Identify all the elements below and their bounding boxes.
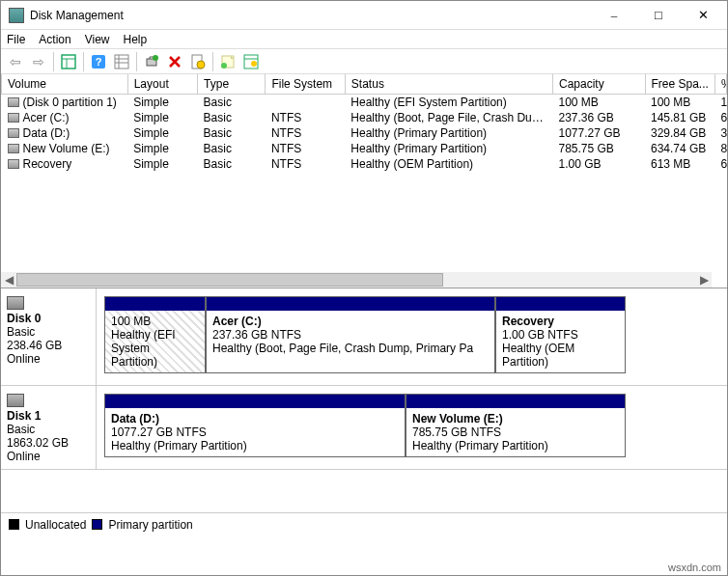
partition-title: Recovery	[502, 315, 554, 328]
disk-partitions: Data (D:)1077.27 GB NTFSHealthy (Primary…	[97, 386, 727, 469]
cell: New Volume (E:)	[2, 141, 128, 156]
menu-view[interactable]: View	[85, 33, 110, 46]
col-status[interactable]: Status	[345, 74, 552, 94]
disk-name: Disk 1	[7, 409, 90, 423]
disk-size: 1863.02 GB	[7, 436, 90, 450]
scrollbar-thumb[interactable]	[16, 273, 443, 287]
cell: 6	[714, 110, 726, 125]
cell: Healthy (OEM Partition)	[345, 156, 552, 172]
scroll-left-icon[interactable]: ◀	[1, 273, 16, 287]
cell: 1.00 GB	[553, 156, 646, 172]
disk-row: Disk 0Basic238.46 GBOnline100 MBHealthy …	[1, 288, 727, 386]
cell: 3	[714, 125, 726, 141]
cell: 100 MB	[553, 94, 646, 110]
col-free[interactable]: Free Spa...	[645, 74, 714, 94]
menubar: File Action View Help	[1, 30, 727, 49]
toolbar: ⇦ ⇨ ?	[1, 49, 727, 74]
disk-label[interactable]: Disk 1Basic1863.02 GBOnline	[1, 386, 97, 469]
disk-partitions: 100 MBHealthy (EFI System Partition)Acer…	[97, 288, 727, 385]
maximize-button[interactable]: □	[636, 1, 681, 29]
properties-button[interactable]	[187, 51, 209, 72]
cell: Basic	[198, 94, 266, 110]
cell: 613 MB	[645, 156, 714, 172]
show-pane-button[interactable]	[58, 51, 79, 72]
col-pct[interactable]: %	[714, 74, 726, 94]
cell: Recovery	[2, 156, 128, 172]
partition[interactable]: New Volume (E:)785.75 GB NTFSHealthy (Pr…	[406, 394, 626, 457]
svg-text:?: ?	[96, 56, 102, 68]
partition[interactable]: Recovery1.00 GB NTFSHealthy (OEM Partiti…	[495, 296, 626, 373]
cell: Healthy (Primary Partition)	[345, 141, 552, 156]
partition-stripe	[406, 395, 625, 408]
cell: 634.74 GB	[645, 141, 714, 156]
back-button[interactable]: ⇦	[5, 51, 26, 72]
help-button[interactable]: ?	[88, 51, 109, 72]
minimize-button[interactable]: –	[592, 1, 636, 29]
legend-swatch-unallocated	[9, 519, 19, 530]
cell: 8	[714, 141, 726, 156]
partition-status: Healthy (Primary Partition)	[111, 439, 247, 453]
cell: 145.81 GB	[645, 110, 714, 125]
col-type[interactable]: Type	[198, 74, 266, 94]
col-volume[interactable]: Volume	[2, 74, 128, 94]
cell: 237.36 GB	[553, 110, 646, 125]
footer-watermark: wsxdn.com	[662, 560, 727, 575]
table-row[interactable]: Data (D:)SimpleBasicNTFSHealthy (Primary…	[2, 125, 727, 141]
disk-name: Disk 0	[7, 312, 90, 325]
cell: NTFS	[266, 141, 345, 156]
menu-action[interactable]: Action	[39, 33, 70, 46]
partition-status: Healthy (OEM Partition)	[502, 342, 574, 369]
partition[interactable]: 100 MBHealthy (EFI System Partition)	[104, 296, 206, 373]
forward-button[interactable]: ⇨	[28, 51, 49, 72]
partition-status: Healthy (Primary Partition)	[412, 439, 548, 453]
svg-point-10	[153, 55, 158, 61]
partition-title: New Volume (E:)	[412, 412, 503, 425]
partition-title: Acer (C:)	[212, 315, 262, 328]
toolbar-separator	[83, 52, 84, 71]
disk-kind: Basic	[7, 325, 90, 339]
partition-stripe	[105, 395, 405, 408]
close-button[interactable]: ✕	[681, 1, 725, 29]
col-layout[interactable]: Layout	[127, 74, 197, 94]
col-filesystem[interactable]: File System	[266, 74, 345, 94]
disk-label[interactable]: Disk 0Basic238.46 GBOnline	[1, 288, 97, 385]
cell: 1077.27 GB	[553, 125, 646, 141]
scroll-right-icon[interactable]: ▶	[696, 273, 712, 287]
cell: NTFS	[266, 110, 345, 125]
cell: Healthy (Boot, Page File, Crash Dum...	[345, 110, 552, 125]
table-row[interactable]: Acer (C:)SimpleBasicNTFSHealthy (Boot, P…	[2, 110, 727, 125]
new-button[interactable]	[217, 51, 238, 72]
partition[interactable]: Data (D:)1077.27 GB NTFSHealthy (Primary…	[104, 394, 406, 457]
menu-help[interactable]: Help	[124, 33, 148, 46]
toolbar-separator	[212, 52, 213, 71]
delete-button[interactable]	[164, 51, 185, 72]
partition-size: 785.75 GB NTFS	[412, 425, 501, 439]
list-view-button[interactable]	[111, 51, 132, 72]
horizontal-scrollbar[interactable]: ◀ ▶	[1, 272, 712, 288]
volume-icon	[8, 113, 19, 123]
partition[interactable]: Acer (C:)237.36 GB NTFSHealthy (Boot, Pa…	[206, 296, 495, 373]
legend-unallocated: Unallocated	[25, 518, 86, 532]
col-capacity[interactable]: Capacity	[553, 74, 646, 94]
disk-graphical-view[interactable]: Disk 0Basic238.46 GBOnline100 MBHealthy …	[1, 288, 727, 512]
cell: Simple	[127, 125, 197, 141]
table-row[interactable]: RecoverySimpleBasicNTFSHealthy (OEM Part…	[2, 156, 727, 172]
column-headers[interactable]: Volume Layout Type File System Status Ca…	[2, 74, 727, 94]
refresh-button[interactable]	[141, 51, 162, 72]
partition-status: Healthy (EFI System Partition)	[111, 328, 176, 369]
cell: Simple	[127, 110, 197, 125]
settings-button[interactable]	[240, 51, 262, 72]
svg-point-17	[251, 61, 257, 67]
cell	[266, 94, 345, 110]
cell: Acer (C:)	[2, 110, 128, 125]
partition-size: 1077.27 GB NTFS	[111, 425, 207, 439]
cell: Basic	[198, 110, 266, 125]
table-row[interactable]: (Disk 0 partition 1)SimpleBasicHealthy (…	[2, 94, 727, 110]
table-row[interactable]: New Volume (E:)SimpleBasicNTFSHealthy (P…	[2, 141, 727, 156]
disk-icon	[7, 394, 24, 407]
volume-list[interactable]: Volume Layout Type File System Status Ca…	[1, 74, 727, 288]
partition-size: 1.00 GB NTFS	[502, 328, 578, 342]
menu-file[interactable]: File	[7, 33, 25, 46]
cell: 1	[714, 94, 726, 110]
cell: Basic	[198, 156, 266, 172]
